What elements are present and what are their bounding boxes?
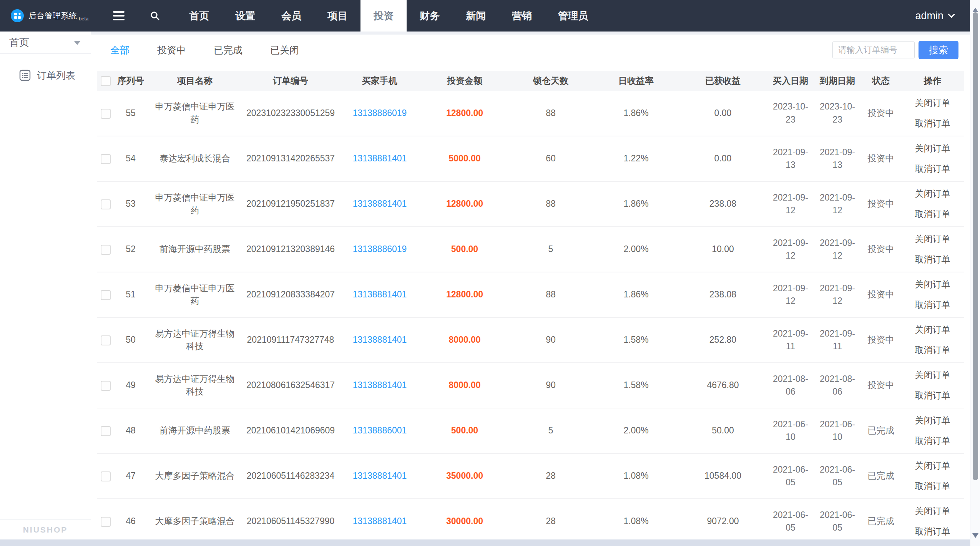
close-order-link[interactable]: 关闭订单 [904, 456, 961, 476]
row-actions: 关闭订单取消订单 [901, 227, 964, 272]
close-order-link[interactable]: 关闭订单 [904, 93, 961, 113]
nav-item-8[interactable]: 营销 [499, 0, 545, 32]
cancel-order-link[interactable]: 取消订单 [904, 385, 961, 406]
search-area: 搜索 [832, 41, 958, 59]
tab-2[interactable]: 投资中 [157, 44, 186, 56]
nav-item-9[interactable]: 管理员 [545, 0, 601, 32]
vertical-scrollbar-thumb[interactable] [973, 12, 978, 480]
tab-3[interactable]: 已完成 [214, 44, 243, 56]
order-search-input[interactable] [832, 41, 915, 58]
buyer-phone-link[interactable]: 13138881401 [338, 363, 421, 408]
cancel-order-link[interactable]: 取消订单 [904, 340, 961, 360]
end-date-cell: 2021-06-05 [814, 499, 861, 539]
select-all-checkbox[interactable] [101, 76, 111, 86]
cancel-order-link[interactable]: 取消订单 [904, 476, 961, 496]
cancel-order-link[interactable]: 取消订单 [904, 521, 961, 539]
row-actions: 关闭订单取消订单 [901, 317, 964, 363]
sidebar-item-order-list[interactable]: 订单列表 [0, 65, 91, 86]
vertical-scrollbar[interactable] [970, 0, 980, 546]
row-actions: 关闭订单取消订单 [901, 408, 964, 453]
buyer-phone-link[interactable]: 13138886001 [338, 408, 421, 453]
earned-profit-cell: 0.00 [679, 91, 767, 136]
close-order-link[interactable]: 关闭订单 [904, 410, 961, 431]
earned-profit-cell: 10.00 [679, 227, 767, 272]
brand[interactable]: 后台管理系统 beta [11, 9, 88, 22]
row-checkbox[interactable] [101, 381, 111, 391]
tab-1[interactable]: 全部 [110, 44, 130, 56]
buyer-phone-link[interactable]: 13138881401 [338, 453, 421, 499]
end-date-cell: 2021-09-12 [814, 227, 861, 272]
project-name-cell: 申万菱信中证申万医药 [147, 272, 243, 317]
table-row: 52 前海开源中药股票 202109121320389146 131388860… [97, 227, 964, 272]
buyer-phone-link[interactable]: 13138886019 [338, 227, 421, 272]
search-button[interactable]: 搜索 [919, 41, 958, 59]
body-row: 首页 订单列表 NIUSHOP [0, 32, 970, 539]
content-card: 全部投资中已完成已关闭 搜索 [91, 35, 970, 539]
row-checkbox[interactable] [101, 517, 111, 527]
buyer-phone-link[interactable]: 13138886019 [338, 91, 421, 136]
column-header: 已获收益 [679, 71, 767, 91]
buyer-phone-link[interactable]: 13138881401 [338, 181, 421, 227]
username: admin [915, 10, 943, 22]
nav-item-1[interactable]: 首页 [176, 0, 222, 32]
row-checkbox[interactable] [101, 154, 111, 164]
nav-item-6[interactable]: 财务 [407, 0, 453, 32]
hamburger-icon[interactable] [113, 11, 125, 20]
daily-rate-cell: 1.58% [593, 363, 679, 408]
buyer-phone-link[interactable]: 13138881401 [338, 317, 421, 363]
close-order-link[interactable]: 关闭订单 [904, 320, 961, 340]
nav-item-5[interactable]: 投资 [360, 0, 407, 32]
lock-days-cell: 88 [508, 272, 593, 317]
row-checkbox[interactable] [101, 109, 111, 119]
project-name-cell: 申万菱信中证申万医药 [147, 181, 243, 227]
lock-days-cell: 60 [508, 136, 593, 181]
scroll-down-arrow-icon[interactable] [972, 533, 978, 541]
row-checkbox[interactable] [101, 426, 111, 436]
close-order-link[interactable]: 关闭订单 [904, 501, 961, 521]
buy-date-cell: 2021-09-11 [767, 317, 814, 363]
row-checkbox[interactable] [101, 199, 111, 209]
buyer-phone-link[interactable]: 13138881401 [338, 272, 421, 317]
daily-rate-cell: 1.08% [593, 453, 679, 499]
status-cell: 投资中 [861, 363, 901, 408]
row-actions: 关闭订单取消订单 [901, 181, 964, 227]
nav-item-4[interactable]: 项目 [314, 0, 360, 32]
cancel-order-link[interactable]: 取消订单 [904, 204, 961, 224]
scroll-up-arrow-icon[interactable] [972, 5, 978, 12]
buyer-phone-link[interactable]: 13138881401 [338, 136, 421, 181]
search-icon[interactable] [150, 11, 160, 21]
buy-date-cell: 2021-09-12 [767, 272, 814, 317]
row-checkbox[interactable] [101, 290, 111, 300]
cancel-order-link[interactable]: 取消订单 [904, 159, 961, 179]
row-checkbox[interactable] [101, 335, 111, 345]
brand-logo-icon [11, 9, 24, 22]
cancel-order-link[interactable]: 取消订单 [904, 113, 961, 134]
close-order-link[interactable]: 关闭订单 [904, 184, 961, 204]
close-order-link[interactable]: 关闭订单 [904, 365, 961, 385]
checkbox-cell [97, 453, 115, 499]
close-order-link[interactable]: 关闭订单 [904, 274, 961, 295]
checkbox-cell [97, 136, 115, 181]
buyer-phone-link[interactable]: 13138881401 [338, 499, 421, 539]
close-order-link[interactable]: 关闭订单 [904, 229, 961, 249]
nav-item-7[interactable]: 新闻 [453, 0, 499, 32]
horizontal-scrollbar[interactable] [0, 539, 970, 546]
sidebar-section-home[interactable]: 首页 [0, 32, 91, 54]
nav-menu: 首页设置会员项目投资财务新闻营销管理员 [176, 0, 601, 32]
row-checkbox[interactable] [101, 245, 111, 255]
close-order-link[interactable]: 关闭订单 [904, 138, 961, 159]
nav-item-2[interactable]: 设置 [222, 0, 268, 32]
column-header: 锁仓天数 [508, 71, 593, 91]
seq-cell: 48 [115, 408, 147, 453]
tab-4[interactable]: 已关闭 [270, 44, 299, 56]
order-no-cell: 202109121950251837 [243, 181, 338, 227]
seq-cell: 51 [115, 272, 147, 317]
row-checkbox[interactable] [101, 471, 111, 481]
nav-item-3[interactable]: 会员 [268, 0, 314, 32]
daily-rate-cell: 1.86% [593, 272, 679, 317]
cancel-order-link[interactable]: 取消订单 [904, 431, 961, 451]
cancel-order-link[interactable]: 取消订单 [904, 295, 961, 315]
lock-days-cell: 28 [508, 453, 593, 499]
user-menu[interactable]: admin [915, 10, 954, 22]
cancel-order-link[interactable]: 取消订单 [904, 249, 961, 270]
